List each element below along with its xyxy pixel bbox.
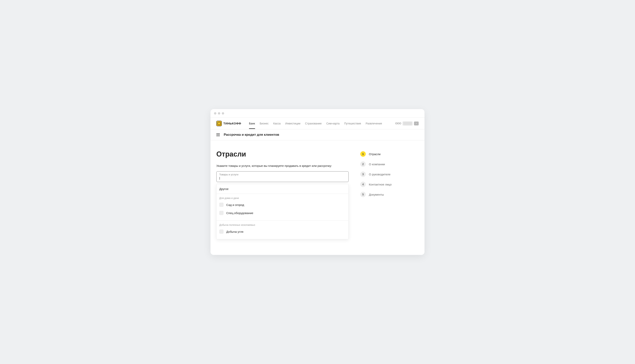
dropdown-option-1-0[interactable]: Добыча угля	[217, 228, 348, 236]
text-cursor: |	[219, 176, 220, 180]
nav-item-1[interactable]: Бизнес	[260, 118, 269, 129]
account-prefix: ООО	[395, 122, 401, 125]
checkbox-icon[interactable]	[219, 211, 224, 215]
step-number-badge: 1	[360, 151, 366, 157]
categories-dropdown: Другое Для дома и дачиСад и огородСпец.о…	[216, 184, 349, 239]
nav-item-0[interactable]: Банк	[249, 118, 255, 129]
goods-services-input-wrapper[interactable]: Товары и услуги |	[216, 171, 349, 182]
nav-item-4[interactable]: Страхование	[305, 118, 322, 129]
form-hint: Укажите товары и услуги, которые вы план…	[216, 164, 349, 168]
step-label: О компании	[369, 162, 385, 166]
step-3[interactable]: 3О руководителе	[360, 172, 411, 177]
step-label: Отрасли	[369, 152, 381, 156]
input-label: Товары и услуги	[219, 173, 346, 176]
step-number-badge: 3	[360, 172, 366, 177]
step-label: Контактное лицо	[369, 183, 392, 186]
dropdown-option-other[interactable]: Другое	[217, 184, 348, 194]
step-number-badge: 4	[360, 182, 366, 187]
checkbox-icon[interactable]	[219, 202, 224, 207]
app-window: ТИНЬКОФФ БанкБизнесКассаИнвестицииСтрахо…	[211, 109, 424, 255]
step-label: Документы	[369, 193, 384, 196]
account-name-redacted	[403, 122, 412, 126]
dropdown-option-label: Спец.оборудование	[226, 211, 253, 215]
dropdown-option-label: Сад и огород	[226, 203, 244, 206]
nav-item-3[interactable]: Инвестиции	[285, 118, 300, 129]
window-close-icon[interactable]	[214, 112, 216, 114]
form-main: Отрасли Укажите товары и услуги, которые…	[216, 150, 349, 239]
section-subheader: Рассрочка и кредит для клиентов	[211, 129, 424, 140]
hamburger-menu-icon[interactable]	[216, 134, 220, 136]
primary-nav: БанкБизнесКассаИнвестицииСтрахованиеСим-…	[249, 118, 382, 129]
chevron-down-icon	[415, 122, 417, 125]
step-label: О руководителе	[369, 173, 390, 176]
nav-item-6[interactable]: Путешествия	[344, 118, 361, 129]
step-1[interactable]: 1Отрасли	[360, 151, 411, 157]
dropdown-section-0: Для дома и дачиСад и огородСпец.оборудов…	[217, 194, 348, 221]
progress-stepper: 1Отрасли2О компании3О руководителе4Конта…	[360, 150, 411, 239]
dropdown-option-0-1[interactable]: Спец.оборудование	[217, 209, 348, 217]
brand-logo[interactable]: ТИНЬКОФФ	[216, 121, 241, 126]
dropdown-option-label: Добыча угля	[226, 230, 243, 233]
account-menu-button[interactable]	[414, 122, 419, 126]
logo-text: ТИНЬКОФФ	[223, 122, 241, 125]
nav-item-2[interactable]: Касса	[273, 118, 281, 129]
dropdown-option-0-0[interactable]: Сад и огород	[217, 201, 348, 209]
step-number-badge: 2	[360, 162, 366, 167]
page-title: Отрасли	[216, 150, 349, 158]
step-5[interactable]: 5Документы	[360, 192, 411, 197]
window-titlebar	[211, 109, 424, 118]
page-content: Отрасли Укажите товары и услуги, которые…	[211, 140, 424, 255]
nav-item-5[interactable]: Сим-карта	[326, 118, 339, 129]
step-2[interactable]: 2О компании	[360, 162, 411, 167]
checkbox-icon[interactable]	[219, 230, 224, 234]
step-number-badge: 5	[360, 192, 366, 197]
window-maximize-icon[interactable]	[222, 112, 224, 114]
section-title: Рассрочка и кредит для клиентов	[224, 133, 279, 137]
dropdown-section-title: Для дома и дачи	[217, 196, 348, 201]
window-minimize-icon[interactable]	[218, 112, 220, 114]
main-header: ТИНЬКОФФ БанкБизнесКассаИнвестицииСтрахо…	[211, 118, 424, 129]
nav-item-7[interactable]: Развлечения	[366, 118, 382, 129]
step-4[interactable]: 4Контактное лицо	[360, 182, 411, 187]
dropdown-section-1: Добыча полезных ископаемыхДобыча угля	[217, 221, 348, 239]
dropdown-section-title: Добыча полезных ископаемых	[217, 224, 348, 228]
logo-icon	[216, 121, 222, 126]
header-account: ООО	[395, 122, 419, 126]
